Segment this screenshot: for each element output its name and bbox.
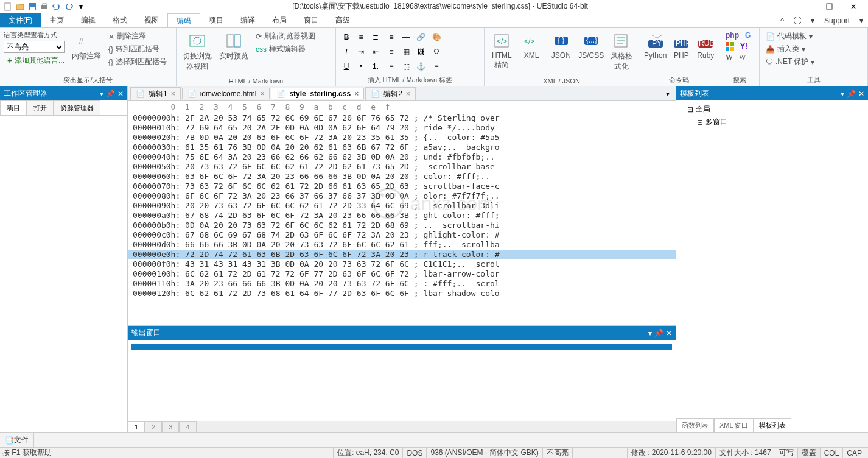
syntax-select[interactable]: 不高亮 (4, 41, 65, 53)
list-ul-icon[interactable]: • (354, 60, 368, 73)
out-tab-4[interactable]: 4 (179, 421, 196, 432)
panel-pin-icon[interactable]: 📌 (847, 90, 856, 98)
anchor-icon[interactable]: ⚓ (414, 60, 427, 73)
delete-comment-button[interactable]: ⨯删除注释 (106, 30, 169, 42)
panel-dropdown-icon[interactable]: ▾ (841, 90, 844, 98)
form-icon[interactable]: ⬚ (399, 60, 413, 73)
hex-row[interactable]: 00000060h: 63 6F 6C 6F 72 3A 20 23 66 66… (128, 172, 676, 181)
hex-row[interactable]: 00000050h: 20 73 63 72 6F 6C 6C 62 61 72… (128, 162, 676, 172)
outdent-icon[interactable]: ⇤ (369, 45, 382, 58)
hex-row[interactable]: 000000a0h: 67 68 74 2D 63 6F 6C 6F 72 3A… (128, 211, 676, 220)
status-highlight[interactable]: 不高亮 (542, 448, 572, 458)
wiki-search-button[interactable]: WW (723, 52, 753, 63)
close-button[interactable]: ✕ (841, 1, 866, 13)
filetab-2[interactable]: 📄idmwelcome.html× (182, 88, 270, 99)
image-icon[interactable]: 🖼 (414, 45, 427, 58)
jscss-button[interactable]: {...}JS/CSS (577, 30, 605, 61)
hex-row[interactable]: 00000040h: 75 6E 64 3A 20 23 66 62 66 62… (128, 152, 676, 162)
format-dec-icon[interactable]: ≡ (354, 30, 368, 44)
hex-row[interactable]: 00000100h: 6C 62 61 72 2D 61 72 72 6F 77… (128, 269, 676, 279)
panel-pin-icon[interactable]: 📌 (106, 90, 115, 98)
status-cap[interactable]: CAP (842, 448, 866, 458)
redo-icon[interactable] (63, 1, 74, 12)
styleformat-button[interactable]: 风格格式化 (607, 30, 635, 73)
menu-encoding[interactable]: 编码 (167, 13, 200, 27)
tree-item-multiwin[interactable]: ⊟多窗口 (676, 116, 868, 129)
menu-view[interactable]: 视图 (136, 13, 167, 27)
fullscreen-icon[interactable]: ⛶ (789, 13, 806, 27)
tree-item-global[interactable]: ⊟全局 (676, 103, 868, 116)
menu-edit[interactable]: 编辑 (72, 13, 104, 27)
insert-class-button[interactable]: 📥插入类 ▾ (763, 43, 817, 55)
goto-match-button[interactable]: {}转到匹配括号 (106, 43, 169, 55)
print-icon[interactable] (39, 1, 50, 12)
hex-row[interactable]: 00000070h: 73 63 72 6F 6C 6C 62 61 72 2D… (128, 181, 676, 191)
undo-icon[interactable] (51, 1, 62, 12)
menu-layout[interactable]: 布局 (264, 13, 295, 27)
refresh-browser-button[interactable]: ⟳刷新浏览器视图 (253, 30, 318, 42)
open-icon[interactable] (15, 1, 26, 12)
rp-tab-funclist[interactable]: 函数列表 (676, 418, 714, 432)
bold-icon[interactable]: B (340, 30, 353, 44)
support-link[interactable]: Support (819, 13, 855, 27)
format-inc-icon[interactable]: ≣ (369, 30, 382, 44)
status-dos[interactable]: DOS (402, 448, 426, 458)
menu-format[interactable]: 格式 (104, 13, 136, 27)
hex-row[interactable]: 00000120h: 6C 62 61 72 2D 73 68 61 64 6F… (128, 289, 676, 298)
python-button[interactable]: PYPython (643, 30, 668, 61)
panel-dropdown-icon[interactable]: ▾ (100, 90, 103, 98)
hex-editor[interactable]: 0 1 2 3 4 5 6 7 8 9 a b c d e f 00000000… (128, 101, 676, 325)
collapse-ribbon-icon[interactable]: ^ (775, 13, 789, 27)
out-tab-2[interactable]: 2 (145, 421, 162, 432)
italic-icon[interactable]: I (340, 45, 353, 58)
hex-row[interactable]: 00000110h: 3A 20 23 66 66 66 3B 0D 0A 20… (128, 279, 676, 289)
status-readwrite[interactable]: 可写 (775, 448, 797, 458)
select-match-button[interactable]: {}选择到匹配括号 (106, 56, 169, 68)
menu-compile[interactable]: 编译 (232, 13, 264, 27)
hr-icon[interactable]: — (399, 30, 413, 44)
align-right-icon[interactable]: ≡ (385, 60, 398, 73)
html-tidy-button[interactable]: </>HTML 精简 (488, 30, 516, 71)
support-dropdown-icon[interactable]: ▾ (855, 13, 868, 27)
menu-home[interactable]: 主页 (41, 13, 72, 27)
table-icon[interactable]: ▦ (399, 45, 413, 58)
tablist-dropdown-icon[interactable]: ▾ (662, 88, 673, 99)
hex-row[interactable]: 000000d0h: 66 66 66 3B 0D 0A 20 20 73 63… (128, 240, 676, 250)
hex-row[interactable]: 000000f0h: 43 31 43 31 43 31 3B 0D 0A 20… (128, 259, 676, 269)
xml-button[interactable]: </>XML (518, 30, 545, 61)
out-tab-1[interactable]: 1 (128, 421, 145, 432)
hex-row[interactable]: 00000090h: 20 20 73 63 72 6F 6C 6C 62 61… (128, 201, 676, 211)
php-search-button[interactable]: phpG (723, 30, 753, 40)
close-icon[interactable]: × (260, 90, 264, 98)
menu-project[interactable]: 项目 (200, 13, 232, 27)
status-ovr[interactable]: 覆盖 (797, 448, 820, 458)
hex-row[interactable]: 000000e0h: 72 2D 74 72 61 63 6B 2D 63 6F… (128, 250, 676, 259)
filetab-4[interactable]: 📄编辑2× (365, 87, 416, 100)
out-tab-3[interactable]: 3 (162, 421, 179, 432)
status-col[interactable]: COL (820, 448, 843, 458)
rp-tab-xmlwin[interactable]: XML 窗口 (714, 418, 754, 432)
qat-dropdown-icon[interactable]: ▾ (75, 1, 86, 12)
file-menu[interactable]: 文件(F) (0, 13, 41, 27)
json-button[interactable]: { }JSON (548, 30, 575, 61)
close-icon[interactable]: × (406, 90, 410, 98)
close-icon[interactable]: × (354, 90, 359, 98)
ms-search-button[interactable]: Y! (723, 41, 753, 51)
help-dropdown-icon[interactable]: ▾ (806, 13, 819, 27)
close-icon[interactable]: × (171, 90, 175, 98)
realtime-preview-button[interactable]: 实时预览 (217, 30, 251, 63)
hex-row[interactable]: 00000080h: 6F 6C 6F 72 3A 20 23 66 37 66… (128, 191, 676, 201)
panel-pin-icon[interactable]: 📌 (654, 329, 663, 337)
output-body[interactable] (128, 340, 676, 421)
hex-row[interactable]: 00000020h: 7B 0D 0A 20 20 63 6F 6C 6F 72… (128, 133, 676, 143)
php-button[interactable]: PHPPHP (670, 30, 692, 61)
list-ol-icon[interactable]: 1. (369, 60, 382, 73)
rp-tab-tpllist[interactable]: 模板列表 (754, 418, 791, 432)
style-editor-button[interactable]: css样式编辑器 (253, 43, 318, 55)
filetab-3[interactable]: 📄style_sterling.css× (271, 88, 364, 99)
hex-row[interactable]: 000000b0h: 0D 0A 20 20 73 63 72 6F 6C 6C… (128, 220, 676, 230)
ws-tab-open[interactable]: 打开 (27, 100, 54, 115)
new-file-icon[interactable] (2, 1, 13, 12)
inner-comment-button[interactable]: //内部注释 (69, 30, 103, 63)
hex-row[interactable]: 00000030h: 61 35 61 76 3B 0D 0A 20 20 62… (128, 143, 676, 152)
